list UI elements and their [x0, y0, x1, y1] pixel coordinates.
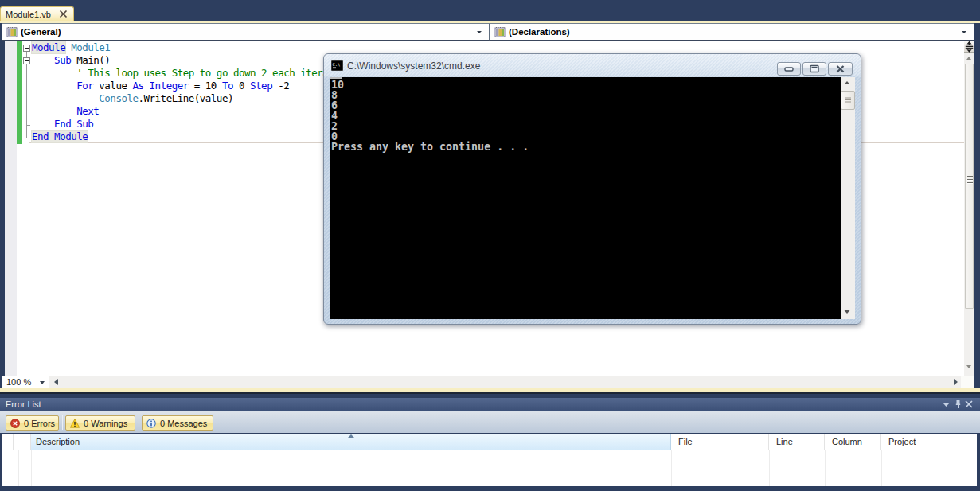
scroll-down-icon[interactable] [966, 365, 971, 368]
member-combo-value: (Declarations) [509, 27, 570, 37]
toolbar-separator [139, 415, 139, 430]
thumb-grip-icon [841, 92, 854, 109]
zoom-combo-arrow-icon[interactable] [40, 381, 45, 384]
change-tracking-bar [17, 41, 22, 144]
split-handle-icon [964, 41, 974, 53]
console-scrollbar[interactable] [841, 77, 855, 319]
scroll-up-icon[interactable] [966, 57, 971, 60]
close-icon [829, 63, 852, 75]
error-list-table: DescriptionFileLineColumnProject [2, 434, 977, 486]
fold-collapse-box[interactable] [23, 57, 30, 64]
console-title: C:\Windows\system32\cmd.exe [347, 60, 480, 72]
code-line[interactable]: Sub Main() [32, 54, 350, 67]
table-header: DescriptionFileLineColumnProject [2, 434, 977, 450]
minimize-icon [778, 63, 800, 75]
console-scroll-thumb[interactable] [841, 91, 855, 110]
warning-icon [70, 419, 80, 428]
member-combo-arrow-icon[interactable] [962, 31, 966, 33]
scroll-up-icon[interactable] [841, 77, 855, 91]
vb-module-icon [494, 26, 506, 38]
filter-button-label: 0 Warnings [84, 419, 127, 428]
console-output-line: 6 [331, 100, 529, 111]
down-arrow-icon [841, 306, 853, 318]
error-list-titlebar[interactable]: Error List [0, 398, 980, 411]
window-position-icon[interactable] [943, 403, 950, 407]
code-line[interactable]: For value As Integer = 10 To 0 Step -2 [32, 80, 350, 92]
vb-module-icon [6, 26, 18, 38]
column-header-line[interactable]: Line [769, 434, 825, 450]
console-output-line: 2 [331, 121, 529, 131]
maximize-icon [803, 63, 826, 75]
sort-arrow-icon [348, 434, 354, 438]
code-line[interactable]: Console.WriteLine(value) [32, 92, 350, 105]
close-x-icon [59, 10, 68, 18]
scope-combo[interactable]: (General) [2, 23, 490, 41]
console-output-line: 8 [331, 90, 529, 100]
editor-vertical-scrollbar[interactable] [964, 41, 974, 376]
member-combo[interactable]: (Declarations) [490, 23, 974, 41]
error-icon [10, 419, 20, 428]
error-list-panel: Error List 0 Errors0 Warnings0 Messages … [0, 394, 980, 491]
console-output[interactable]: 1086420Press any key to continue . . . [330, 77, 855, 319]
error-list-toolbar: 0 Errors0 Warnings0 Messages [0, 411, 980, 433]
zoom-value: 100 % [6, 377, 31, 387]
column-header-file[interactable]: File [671, 434, 769, 450]
editor-splitter-handle[interactable] [964, 41, 974, 53]
editor-navigation-bar: (General) (Declarations) [0, 23, 980, 41]
code-text[interactable]: Module Module1 Sub Main() ' This loop us… [32, 41, 350, 143]
outlining-end-tick [27, 138, 30, 138]
tab-module1vb[interactable]: Module1.vb [0, 6, 74, 21]
vs-ide-window: Module1.vb (General) [0, 0, 980, 491]
scroll-right-icon[interactable] [954, 379, 958, 385]
grid-line [2, 481, 977, 481]
filter-button-warning[interactable]: 0 Warnings [65, 415, 135, 431]
outlining-end-tick [27, 125, 30, 126]
cmd-console-window[interactable]: C:\ C:\Windows\system32\cmd.exe 1086420P… [323, 53, 861, 325]
filter-button-info[interactable]: 0 Messages [142, 415, 213, 431]
panel-title: Error List [6, 399, 41, 409]
filter-button-label: 0 Messages [160, 419, 207, 428]
column-header-blank[interactable] [6, 434, 14, 450]
maximize-button[interactable] [802, 62, 826, 76]
code-line[interactable]: ' This loop uses Step to go down 2 each … [32, 67, 350, 80]
code-line[interactable]: End Sub [32, 118, 350, 131]
pin-icon[interactable] [955, 399, 962, 410]
console-output-line: Press any key to continue . . . [331, 142, 529, 152]
scope-combo-value: (General) [21, 27, 61, 37]
close-icon[interactable] [965, 400, 973, 408]
code-line[interactable]: Module Module1 [32, 41, 350, 54]
cmd-icon: C:\ [331, 60, 343, 71]
tab-label: Module1.vb [6, 10, 51, 19]
scroll-left-icon[interactable] [54, 379, 58, 385]
filter-button-error[interactable]: 0 Errors [6, 415, 59, 431]
column-header-blank[interactable] [18, 434, 31, 450]
console-output-line: 4 [331, 111, 529, 121]
minimize-button[interactable] [777, 62, 801, 76]
tab-close-icon[interactable] [59, 10, 68, 18]
toolbar-separator [62, 415, 63, 430]
fold-collapse-box[interactable] [23, 45, 30, 52]
scrollbar-corner [961, 376, 974, 388]
close-button[interactable] [828, 62, 853, 76]
info-icon [146, 419, 156, 428]
code-line[interactable]: Next [32, 105, 350, 118]
indicator-margin[interactable] [5, 41, 17, 376]
svg-text:C:\: C:\ [333, 62, 341, 67]
column-header-project[interactable]: Project [881, 434, 974, 450]
editor-vscroll-thumb[interactable] [965, 64, 974, 309]
column-header-column[interactable]: Column [825, 434, 881, 450]
scope-combo-arrow-icon[interactable] [477, 31, 482, 33]
console-output-line: 10 [331, 80, 529, 90]
up-arrow-icon [841, 77, 853, 89]
editor-bottom-bar: 100 % [2, 376, 974, 388]
code-line[interactable]: End Module [32, 131, 350, 143]
filter-button-label: 0 Errors [24, 419, 55, 428]
zoom-combo[interactable]: 100 % [2, 376, 49, 388]
grid-line [2, 466, 977, 466]
console-text: 1086420Press any key to continue . . . [331, 80, 529, 152]
scroll-down-icon[interactable] [841, 306, 855, 319]
